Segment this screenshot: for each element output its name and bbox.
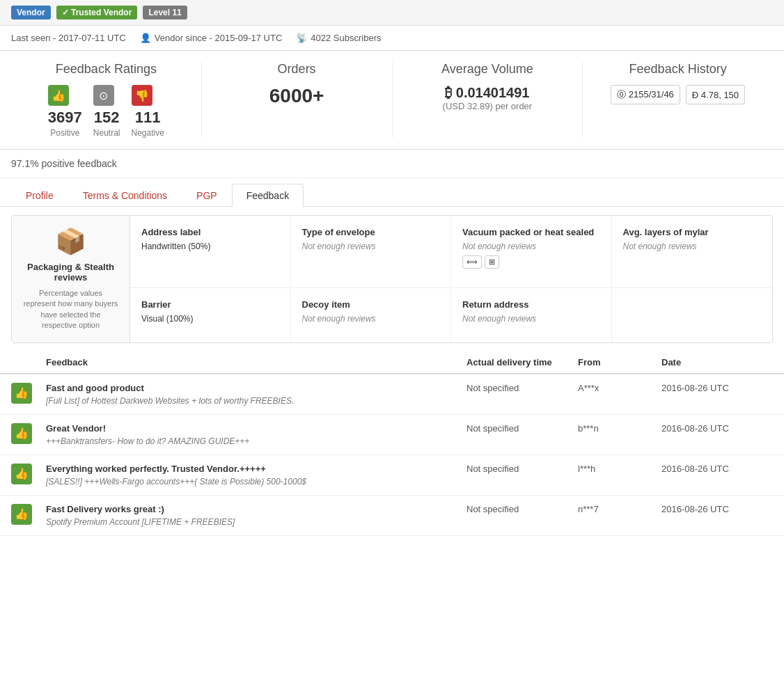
pkg-cell-mylar-value: Not enough reviews (623, 242, 762, 251)
vendor-since-text: Vendor since - 2015-09-17 UTC (155, 33, 283, 43)
packaging-title: Packaging & Stealth reviews (23, 262, 118, 283)
pkg-cell-return-value: Not enough reviews (462, 314, 600, 324)
tab-pgp[interactable]: PGP (182, 184, 232, 207)
thumbs-up-icon: 👍 (11, 464, 32, 484)
feedback-main-text: Great Vendor! (46, 423, 467, 434)
ratings-row: 👍 3697 Positive ⊙ 152 Neutral 👎 111 Nega… (22, 85, 190, 138)
pkg-cell-barrier-title: Barrier (141, 299, 279, 310)
feedback-date: 2016-08-26 UTC (661, 504, 773, 514)
pkg-cell-envelope: Type of envelope Not enough reviews (291, 216, 452, 288)
orders-count: 6000+ (213, 85, 381, 107)
feedback-rows: 👍 Fast and good product [Full List] of H… (0, 374, 784, 536)
vendor-since: 👤 Vendor since - 2015-09-17 UTC (140, 33, 283, 43)
vendor-badge: Vendor (11, 6, 51, 19)
feedback-ratings-col: Feedback Ratings 👍 3697 Positive ⊙ 152 N… (11, 62, 202, 138)
feedback-row: 👍 Fast and good product [Full List] of H… (0, 374, 784, 415)
feedback-delivery: Not specified (467, 464, 578, 474)
avg-volume-btc: ₿ 0.01401491 (404, 85, 572, 101)
feedback-thumbs-icon: 👍 (11, 383, 46, 404)
pkg-cell-vacuum-value: Not enough reviews (462, 242, 600, 251)
expand-icon[interactable]: ⟺ (462, 255, 482, 269)
feedback-main-text: Fast and good product (46, 383, 467, 393)
negative-rating: 👎 111 Negative (132, 85, 164, 138)
feedback-thumbs-icon: 👍 (11, 464, 46, 484)
pkg-cell-vacuum-title: Vacuum packed or heat sealed (462, 227, 600, 237)
pkg-cell-mylar-title: Avg. layers of mylar (623, 227, 762, 237)
feedback-from: l***h (578, 464, 661, 474)
last-seen: Last seen - 2017-07-11 UTC (11, 33, 126, 43)
positive-pct: 97.1% positive feedback (0, 150, 784, 178)
positive-icon: 👍 (48, 85, 69, 106)
negative-label: Negative (132, 128, 164, 138)
thumbs-up-icon: 👍 (11, 504, 32, 525)
feedback-text-col: Fast and good product [Full List] of Hot… (46, 383, 467, 406)
feedback-delivery: Not specified (467, 383, 578, 393)
feedback-main-text: Everything worked perfectly. Trusted Ven… (46, 464, 467, 474)
feedback-row: 👍 Everything worked perfectly. Trusted V… (0, 455, 784, 496)
rss-icon: 📡 (296, 33, 307, 43)
packaging-desc: Percentage values represent how many buy… (23, 288, 118, 331)
packaging-icon: 📦 (23, 227, 118, 256)
feedback-sub-text: [SALES!!] +++Wells-Fargo accounts+++( St… (46, 477, 467, 487)
feedback-sub-text: [Full List] of Hottest Darkweb Websites … (46, 396, 467, 406)
feedback-row: 👍 Fast Delivery works great :) Spotify P… (0, 496, 784, 536)
feedback-delivery: Not specified (467, 423, 578, 434)
feedback-ratings-title: Feedback Ratings (22, 62, 190, 77)
pkg-cell-decoy: Decoy item Not enough reviews (291, 288, 452, 342)
col-from: From (578, 357, 661, 367)
feedback-from: n***7 (578, 504, 661, 514)
neutral-label: Neutral (93, 128, 120, 138)
col-delivery: Actual delivery time (467, 357, 578, 367)
col-feedback: Feedback (46, 357, 467, 367)
pkg-cell-address-label-title: Address label (141, 227, 279, 237)
feedback-thumbs-icon: 👍 (11, 504, 46, 525)
tab-terms[interactable]: Terms & Conditions (68, 184, 182, 207)
feedback-main-text: Fast Delivery works great :) (46, 504, 467, 514)
thumbs-up-icon: 👍 (11, 423, 32, 444)
pkg-cell-decoy-title: Decoy item (302, 299, 440, 310)
feedback-from: b***n (578, 423, 661, 434)
neutral-icon: ⊙ (93, 85, 114, 106)
fh-badge-1: ⓪ 2155/31/46 (611, 85, 680, 104)
avg-volume-usd: (USD 32.89) per order (404, 101, 572, 111)
negative-icon: 👎 (132, 85, 152, 106)
feedback-from: A***x (578, 383, 661, 393)
feedback-text-col: Everything worked perfectly. Trusted Ven… (46, 464, 467, 487)
col-icon (11, 357, 46, 367)
tab-feedback[interactable]: Feedback (232, 184, 304, 207)
positive-rating: 👍 3697 Positive (48, 85, 82, 138)
negative-count: 111 (132, 109, 164, 127)
feedback-date: 2016-08-26 UTC (661, 423, 773, 434)
pkg-cell-address-label-value: Handwritten (50%) (141, 242, 279, 251)
feedback-text-col: Fast Delivery works great :) Spotify Pre… (46, 504, 467, 527)
positive-label: Positive (48, 128, 82, 138)
person-icon: 👤 (140, 33, 151, 43)
packaging-sidebar: 📦 Packaging & Stealth reviews Percentage… (12, 216, 130, 342)
feedback-text-col: Great Vendor! +++Banktransfers- How to d… (46, 423, 467, 446)
packaging-section: 📦 Packaging & Stealth reviews Percentage… (11, 215, 773, 343)
pkg-cell-vacuum: Vacuum packed or heat sealed Not enough … (451, 216, 612, 288)
feedback-sub-text: +++Banktransfers- How to do it? AMAZING … (46, 436, 467, 446)
pkg-cell-decoy-value: Not enough reviews (302, 314, 440, 324)
feedback-history-col: Feedback History ⓪ 2155/31/46 Đ 4.78, 15… (583, 62, 773, 138)
feedback-history-title: Feedback History (594, 62, 762, 77)
positive-pct-text: 97.1% positive feedback (11, 158, 117, 169)
orders-col: Orders 6000+ (202, 62, 393, 138)
feedback-history-badges: ⓪ 2155/31/46 Đ 4.78, 150 (594, 85, 762, 104)
trusted-vendor-badge: ✓ Trusted Vendor (56, 6, 138, 19)
feedback-date: 2016-08-26 UTC (661, 383, 773, 393)
pkg-cell-return-title: Return address (462, 299, 600, 310)
pkg-cell-address-label: Address label Handwritten (50%) (130, 216, 291, 288)
pkg-cell-barrier-value: Visual (100%) (141, 314, 279, 324)
orders-title: Orders (213, 62, 381, 77)
avg-volume-title: Average Volume (404, 62, 572, 77)
level-badge: Level 11 (143, 6, 187, 19)
last-seen-text: Last seen - 2017-07-11 UTC (11, 33, 126, 43)
pkg-cell-mylar: Avg. layers of mylar Not enough reviews (612, 216, 773, 288)
subscribers: 📡 4022 Subscribers (296, 33, 381, 43)
feedback-row: 👍 Great Vendor! +++Banktransfers- How to… (0, 415, 784, 455)
tab-profile[interactable]: Profile (11, 184, 68, 207)
fh-badge-2: Đ 4.78, 150 (686, 85, 745, 104)
subscribers-text: 4022 Subscribers (311, 33, 381, 43)
grid-icon[interactable]: ⊞ (485, 255, 499, 269)
